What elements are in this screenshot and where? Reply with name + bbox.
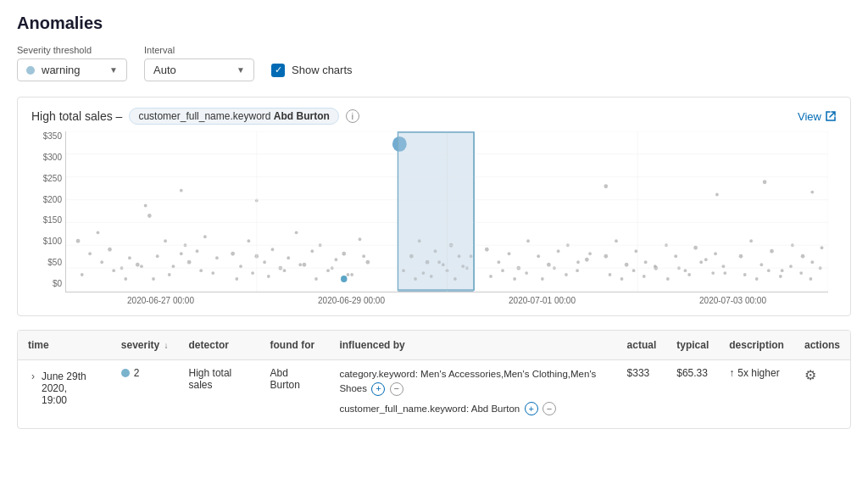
remove-filter-icon[interactable]: − (390, 382, 403, 396)
svg-point-11 (180, 252, 183, 255)
add-filter-icon[interactable]: + (371, 382, 385, 396)
x-axis: 2020-06-27 00:00 2020-06-29 00:00 2020-0… (65, 296, 828, 305)
col-header-influenced-by: influenced by (329, 331, 616, 360)
svg-point-114 (722, 265, 726, 268)
svg-point-118 (770, 249, 774, 253)
table-row: › June 29th 2020,19:00 2 High total sale… (18, 360, 850, 428)
svg-point-78 (557, 249, 560, 253)
svg-point-31 (271, 248, 275, 251)
svg-point-49 (314, 277, 318, 281)
svg-point-139 (341, 276, 347, 282)
svg-point-51 (347, 273, 350, 276)
svg-point-56 (426, 260, 430, 265)
up-arrow-icon: ↑ (729, 367, 734, 379)
svg-point-108 (654, 265, 657, 268)
svg-point-76 (537, 254, 540, 258)
svg-point-36 (310, 249, 314, 253)
svg-point-63 (414, 277, 417, 281)
add-filter-icon-2[interactable]: + (525, 402, 538, 415)
svg-point-107 (643, 275, 646, 278)
svg-point-22 (168, 273, 171, 276)
svg-point-27 (239, 265, 242, 268)
severity-threshold-dropdown[interactable]: warning ▼ (17, 58, 127, 81)
table-header-row: time severity ↓ detector found for influ… (18, 331, 850, 360)
svg-point-26 (231, 252, 235, 256)
checkbox-checked-icon: ✓ (271, 64, 285, 77)
svg-point-123 (821, 246, 824, 249)
view-link[interactable]: View (798, 110, 837, 123)
svg-point-58 (442, 263, 445, 266)
svg-point-30 (263, 260, 266, 264)
show-charts-toggle[interactable]: ✓ Show charts (271, 64, 353, 77)
svg-point-54 (409, 254, 414, 259)
svg-point-110 (677, 266, 681, 270)
svg-point-67 (446, 269, 449, 272)
svg-point-59 (449, 243, 453, 248)
page-title: Anomalies (17, 14, 851, 33)
description-text: 5x higher (737, 367, 779, 379)
influenced-block-2: customer_full_name.keyword: Abd Burton +… (339, 402, 606, 416)
svg-point-94 (635, 249, 638, 253)
svg-point-15 (211, 271, 214, 275)
svg-point-50 (331, 266, 334, 270)
svg-point-29 (254, 254, 259, 259)
y-axis: $350 $300 $250 $200 $150 $100 $50 $0 (30, 131, 62, 288)
severity-threshold-group: Severity threshold warning ▼ (17, 45, 127, 81)
chevron-down-icon: ▼ (236, 65, 245, 75)
gear-icon[interactable]: ⚙ (804, 368, 816, 382)
anomalies-table: time severity ↓ detector found for influ… (17, 330, 851, 429)
svg-point-38 (326, 269, 330, 272)
svg-point-46 (267, 275, 270, 278)
svg-point-16 (81, 273, 84, 276)
svg-point-106 (632, 269, 636, 272)
svg-point-93 (625, 263, 629, 267)
svg-point-39 (335, 258, 338, 261)
svg-point-104 (609, 273, 612, 276)
controls-bar: Severity threshold warning ▼ Interval Au… (17, 45, 851, 81)
svg-point-83 (501, 269, 504, 272)
svg-point-69 (461, 265, 465, 268)
svg-point-28 (248, 239, 251, 242)
cell-description: ↑ 5x higher (719, 360, 794, 428)
svg-point-33 (287, 256, 290, 259)
warning-dot-icon (26, 66, 35, 75)
svg-point-121 (801, 254, 805, 259)
svg-point-57 (434, 249, 437, 253)
svg-point-134 (255, 199, 259, 203)
show-charts-label: Show charts (292, 64, 353, 76)
expand-arrow-icon[interactable]: › (28, 370, 38, 382)
col-header-actions: actions (794, 331, 850, 360)
interval-dropdown[interactable]: Auto ▼ (144, 58, 254, 81)
svg-point-129 (799, 271, 803, 275)
svg-point-19 (124, 277, 127, 281)
severity-threshold-value: warning (42, 64, 103, 76)
svg-point-111 (687, 273, 691, 276)
svg-point-65 (430, 275, 433, 278)
chart-section: High total sales – customer_full_name.ke… (17, 97, 851, 316)
svg-point-86 (541, 277, 544, 281)
info-icon[interactable]: i (346, 109, 359, 123)
svg-point-128 (789, 265, 793, 268)
col-header-typical: typical (666, 331, 719, 360)
svg-point-75 (526, 239, 530, 242)
svg-point-66 (437, 260, 441, 264)
col-header-description: description (719, 331, 794, 360)
svg-point-95 (644, 260, 648, 264)
svg-point-5 (128, 256, 131, 259)
remove-filter-icon-2[interactable]: − (542, 402, 556, 415)
svg-point-64 (422, 271, 426, 275)
svg-point-82 (489, 275, 492, 278)
svg-point-91 (604, 254, 608, 259)
svg-point-7 (147, 214, 152, 218)
col-header-severity[interactable]: severity ↓ (111, 331, 179, 360)
description-content: ↑ 5x higher (729, 367, 784, 379)
svg-point-45 (251, 271, 254, 275)
svg-point-9 (164, 239, 167, 242)
interval-label: Interval (144, 45, 254, 55)
svg-point-25 (215, 256, 219, 259)
svg-point-47 (283, 269, 287, 272)
chevron-down-icon: ▼ (109, 65, 118, 75)
severity-dot-icon (121, 369, 130, 377)
svg-point-87 (553, 266, 556, 270)
svg-point-79 (566, 243, 570, 247)
